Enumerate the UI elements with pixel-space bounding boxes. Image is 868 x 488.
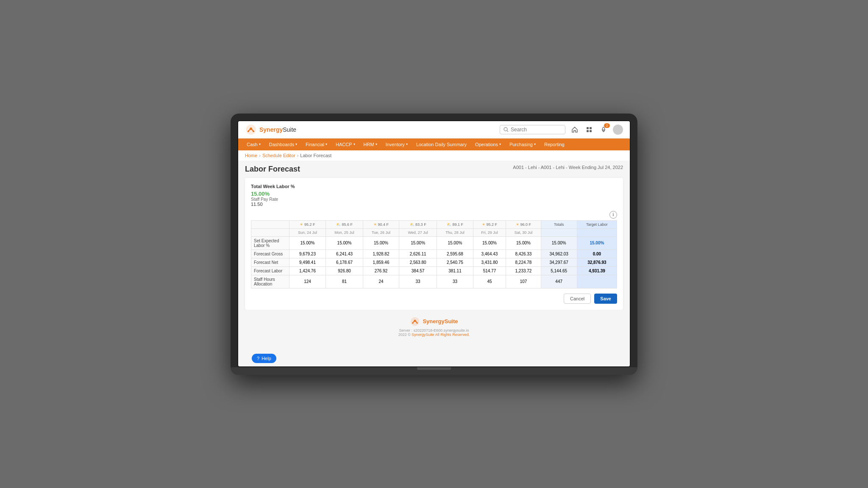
laptop-base	[231, 367, 637, 375]
nav-financial-arrow: ▾	[326, 142, 327, 146]
table-row: Forecast Gross 9,679.23 6,241.43 1,928.8…	[251, 250, 617, 258]
cell-2-3: 2,563.80	[399, 258, 437, 266]
target-2: 32,876.93	[577, 258, 617, 266]
nav-financial[interactable]: Financial ▾	[301, 139, 331, 150]
nav-haccp[interactable]: HACCP ▾	[331, 139, 359, 150]
day-2: Tue, 26 Jul	[363, 228, 399, 236]
nav-location-daily[interactable]: Location Daily Summary	[412, 139, 471, 150]
svg-rect-8	[587, 130, 589, 132]
nav-purchasing[interactable]: Purchasing ▾	[505, 139, 540, 150]
search-icon	[504, 127, 509, 132]
cell-4-3: 33	[399, 275, 437, 288]
main-content: Labor Forecast A001 - Lehi - A001 - Lehi…	[238, 161, 630, 350]
forecast-table: ☀ 95.2 F ⛅ 85.6 F ☀ 90.4 F	[251, 220, 617, 288]
cell-3-6: 1,233.72	[506, 266, 541, 275]
cell-1-4: 2,595.68	[437, 250, 473, 258]
top-right-actions: 2	[500, 125, 623, 135]
nav-hrm-arrow: ▾	[376, 142, 377, 146]
cell-4-6: 107	[506, 275, 541, 288]
cell-4-0: 124	[289, 275, 326, 288]
svg-point-3	[253, 130, 254, 132]
target-3: 4,931.39	[577, 266, 617, 275]
logo: SynergySuite	[245, 124, 296, 136]
cell-4-4: 33	[437, 275, 473, 288]
footer-link[interactable]: SynergySuite All Rights Reserved.	[412, 333, 470, 337]
footer-logo-text: SynergySuite	[423, 318, 458, 324]
table-header-day-row: Sun, 24 Jul Mon, 25 Jul Tue, 26 Jul Wed,…	[251, 228, 617, 236]
svg-rect-7	[590, 127, 592, 129]
search-box[interactable]	[500, 125, 565, 134]
nav-cash-arrow: ▾	[259, 142, 261, 146]
svg-rect-6	[587, 127, 589, 129]
help-icon: ?	[257, 356, 259, 361]
cell-1-5: 3,464.43	[473, 250, 506, 258]
nav-hrm[interactable]: HRM ▾	[359, 139, 381, 150]
nav-inventory[interactable]: Inventory ▾	[381, 139, 412, 150]
cell-2-0: 9,498.41	[289, 258, 326, 266]
breadcrumb-schedule-editor[interactable]: Schedule Editor	[262, 153, 295, 158]
help-label: Help	[262, 356, 271, 361]
info-icon[interactable]: ℹ	[609, 211, 617, 219]
help-button[interactable]: ? Help	[252, 354, 276, 363]
table-row: Forecast Net 9,498.41 6,178.67 1,859.46 …	[251, 258, 617, 266]
nav-cash[interactable]: Cash ▾	[242, 139, 265, 150]
logo-text: SynergySuite	[259, 126, 296, 133]
cell-4-2: 24	[363, 275, 399, 288]
svg-point-1	[250, 128, 252, 130]
breadcrumb-current: Labor Forecast	[300, 153, 331, 158]
footer-copy: 2022 © SynergySuite All Rights Reserved.	[252, 333, 616, 337]
notif-badge: 2	[604, 123, 610, 128]
temp-5: 95.2 F	[486, 222, 497, 227]
totals-0: 15.00%	[541, 236, 577, 250]
grid-icon-btn[interactable]	[584, 125, 594, 135]
header-col-0: ☀ 95.2 F	[289, 220, 326, 228]
nav-operations[interactable]: Operations ▾	[471, 139, 505, 150]
cell-2-2: 1,859.46	[363, 258, 399, 266]
avatar-btn[interactable]	[613, 125, 623, 135]
nav-haccp-arrow: ▾	[353, 142, 355, 146]
target-4	[577, 275, 617, 288]
day-0: Sun, 24 Jul	[289, 228, 326, 236]
header-target: Target Labor	[577, 220, 617, 228]
temp-6: 96.0 F	[520, 222, 531, 227]
save-button[interactable]: Save	[594, 294, 617, 304]
day-5: Fri, 29 Jul	[473, 228, 506, 236]
location-info: A001 - Lehi - A001 - Lehi - Week Ending …	[513, 165, 623, 170]
cancel-button[interactable]: Cancel	[564, 294, 591, 304]
nav-dashboards[interactable]: Dashboards ▾	[265, 139, 301, 150]
search-input[interactable]	[511, 127, 562, 133]
breadcrumb-home[interactable]: Home	[245, 153, 257, 158]
breadcrumb: Home › Schedule Editor › Labor Forecast	[238, 150, 630, 161]
target-1: 0.00	[577, 250, 617, 258]
nav-purchasing-arrow: ▾	[534, 142, 536, 146]
sun-icon-2: ☀	[373, 222, 377, 227]
header-row-empty	[251, 228, 289, 236]
cell-2-6: 8,224.78	[506, 258, 541, 266]
breadcrumb-sep-2: ›	[297, 153, 299, 158]
totals-4: 447	[541, 275, 577, 288]
header-col-3: ⛅ 83.3 F	[399, 220, 437, 228]
cell-1-2: 1,928.82	[363, 250, 399, 258]
totals-2: 34,297.67	[541, 258, 577, 266]
temp-2: 90.4 F	[378, 222, 389, 227]
header-col-5: ☀ 95.2 F	[473, 220, 506, 228]
cell-3-1: 926.80	[326, 266, 363, 275]
nav-reporting[interactable]: Reporting	[540, 139, 569, 150]
btn-row: Cancel Save	[251, 294, 617, 304]
breadcrumb-sep-1: ›	[259, 153, 261, 158]
notification-btn[interactable]: 2	[598, 125, 609, 135]
svg-point-2	[248, 130, 249, 132]
day-1: Mon, 25 Jul	[326, 228, 363, 236]
day-4: Thu, 28 Jul	[437, 228, 473, 236]
page-title: Labor Forecast	[245, 165, 300, 174]
home-icon-btn[interactable]	[570, 125, 580, 135]
cell-2-1: 6,178.67	[326, 258, 363, 266]
footer-logo-icon	[410, 316, 420, 327]
cell-4-5: 45	[473, 275, 506, 288]
row-label-2: Forecast Net	[251, 258, 289, 266]
table-header-temp-row: ☀ 95.2 F ⛅ 85.6 F ☀ 90.4 F	[251, 220, 617, 228]
table-row: Forecast Labor 1,424.76 926.80 276.92 38…	[251, 266, 617, 275]
staff-pay-label: Staff Pay Rate	[251, 197, 617, 202]
info-row: ℹ	[251, 211, 617, 219]
percent-value: 15.00%	[251, 191, 617, 197]
